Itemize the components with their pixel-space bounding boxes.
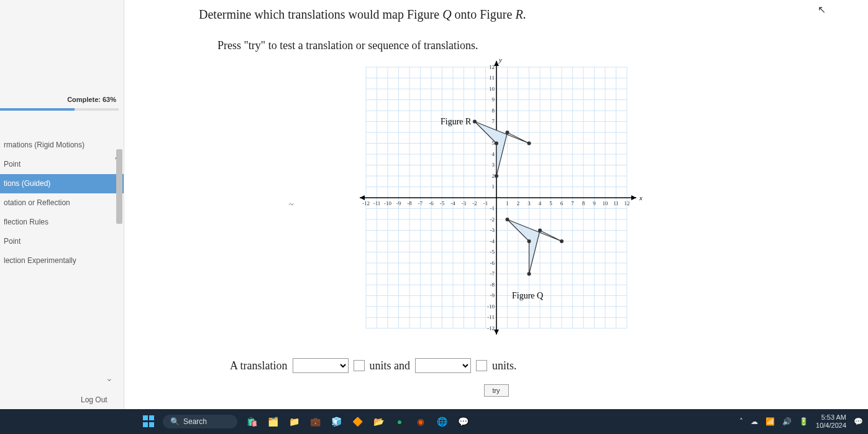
taskbar-app-8[interactable]: ●	[393, 415, 406, 428]
svg-text:-9: -9	[396, 200, 401, 206]
svg-text:9: 9	[593, 200, 596, 206]
scrollbar[interactable]	[116, 149, 122, 224]
taskbar-app-1[interactable]: 🛍️	[245, 415, 258, 428]
svg-text:-2: -2	[490, 216, 495, 223]
svg-text:-10: -10	[487, 303, 495, 310]
tilde-mark: ~	[289, 200, 294, 210]
svg-text:3: 3	[528, 200, 531, 206]
svg-point-115	[527, 272, 531, 276]
windows-start-icon[interactable]	[143, 415, 155, 428]
cursor-icon: ↖	[818, 4, 826, 16]
main-content: ↖ Determine which translations would map…	[124, 0, 868, 409]
svg-marker-106	[475, 122, 529, 177]
svg-point-107	[473, 120, 477, 124]
logout-link[interactable]: Log Out	[81, 395, 107, 404]
sidebar: Complete: 63% ▴ rmations (Rigid Motions)…	[0, 0, 124, 409]
svg-text:-6: -6	[490, 260, 495, 266]
svg-text:2: 2	[516, 200, 519, 206]
cloud-icon[interactable]: ☁	[751, 417, 758, 426]
svg-point-114	[527, 239, 531, 243]
svg-point-108	[495, 142, 498, 145]
search-icon: 🔍	[170, 417, 180, 426]
taskbar-app-3[interactable]: 📁	[287, 415, 301, 428]
figure-r-label: Figure R	[441, 117, 472, 126]
taskbar-search[interactable]: 🔍 Search	[163, 415, 237, 428]
svg-marker-53	[360, 195, 365, 200]
wifi-icon[interactable]: 📶	[765, 417, 775, 426]
svg-text:-7: -7	[418, 200, 423, 206]
sidebar-item-point[interactable]: Point	[0, 155, 124, 174]
tray-chevron-icon[interactable]: ˄	[739, 417, 743, 426]
svg-text:10: 10	[489, 86, 495, 92]
svg-text:-1: -1	[483, 200, 488, 206]
svg-text:-12: -12	[362, 200, 370, 206]
chevron-down-icon[interactable]: ⌄	[106, 373, 113, 383]
taskbar-app-5[interactable]: 🧊	[329, 415, 343, 428]
svg-text:7: 7	[491, 118, 495, 124]
svg-text:12: 12	[489, 64, 495, 70]
taskbar-app-11[interactable]: 💬	[456, 415, 470, 428]
direction-select-1[interactable]	[293, 358, 349, 373]
taskbar-app-7[interactable]: 📂	[372, 415, 385, 428]
svg-text:5: 5	[549, 200, 552, 206]
svg-text:-6: -6	[429, 200, 434, 206]
svg-text:10: 10	[602, 200, 608, 206]
svg-text:-10: -10	[384, 200, 391, 206]
svg-text:-4: -4	[490, 238, 495, 244]
svg-text:-3: -3	[461, 200, 466, 206]
sidebar-item-guided[interactable]: tions (Guided)	[0, 174, 124, 193]
answer-suffix: units.	[492, 359, 517, 372]
svg-point-109	[495, 174, 498, 178]
figure-q-label: Figure Q	[512, 291, 543, 300]
svg-text:-3: -3	[490, 227, 495, 233]
sidebar-item-reflection-rules[interactable]: flection Rules	[0, 213, 124, 232]
svg-text:8: 8	[491, 108, 495, 114]
try-button[interactable]: try	[484, 384, 509, 397]
svg-text:11: 11	[489, 75, 495, 81]
notification-icon[interactable]: 💬	[854, 417, 863, 426]
question-text: Determine which translations would map F…	[199, 7, 843, 22]
svg-text:-8: -8	[490, 282, 495, 288]
svg-text:6: 6	[560, 200, 563, 206]
svg-text:-11: -11	[373, 200, 380, 206]
search-placeholder: Search	[183, 417, 207, 426]
svg-text:4: 4	[538, 200, 541, 206]
progress-bar	[0, 108, 119, 111]
sidebar-item-rigid-motions[interactable]: rmations (Rigid Motions)	[0, 136, 124, 155]
svg-point-117	[560, 239, 564, 243]
answer-prefix: A translation	[230, 359, 288, 372]
svg-text:y: y	[498, 56, 502, 63]
complete-label: Complete: 63%	[0, 93, 124, 106]
direction-select-2[interactable]	[415, 358, 471, 373]
sidebar-item-experimentally[interactable]: lection Experimentally	[0, 251, 124, 270]
svg-point-113	[505, 218, 509, 221]
sidebar-item-point2[interactable]: Point	[0, 232, 124, 251]
svg-text:-12: -12	[487, 325, 495, 331]
svg-text:7: 7	[571, 200, 574, 206]
units-input-1[interactable]	[354, 360, 365, 371]
svg-text:1: 1	[506, 200, 509, 206]
svg-text:2: 2	[491, 173, 495, 179]
volume-icon[interactable]: 🔊	[782, 417, 792, 426]
svg-text:-9: -9	[490, 292, 495, 298]
svg-text:x: x	[639, 194, 642, 201]
taskbar-app-10[interactable]: 🌐	[435, 415, 449, 428]
svg-text:4: 4	[491, 151, 495, 157]
answer-mid: units and	[370, 359, 411, 372]
svg-marker-54	[494, 61, 499, 66]
svg-text:8: 8	[582, 200, 585, 206]
taskbar-app-2[interactable]: 🗂️	[266, 415, 280, 428]
instruction-text: Press "try" to test a translation or seq…	[217, 39, 843, 52]
taskbar-app-4[interactable]: 💼	[308, 415, 322, 428]
svg-text:-4: -4	[450, 200, 455, 206]
svg-point-111	[527, 142, 531, 145]
battery-icon[interactable]: 🔋	[799, 417, 808, 426]
svg-text:-2: -2	[472, 200, 477, 206]
coordinate-graph[interactable]: x y -12-11-10-9-8-7-6-5-4-3-2-1 12345678…	[341, 55, 652, 343]
sidebar-item-rotation-reflection[interactable]: otation or Reflection	[0, 193, 124, 213]
units-input-2[interactable]	[476, 360, 487, 371]
answer-row: A translation units and units.	[230, 358, 843, 373]
taskbar-app-9[interactable]: ◉	[414, 415, 427, 428]
taskbar-clock[interactable]: 5:53 AM 10/4/2024	[816, 413, 846, 430]
taskbar-app-6[interactable]: 🔶	[350, 415, 364, 428]
